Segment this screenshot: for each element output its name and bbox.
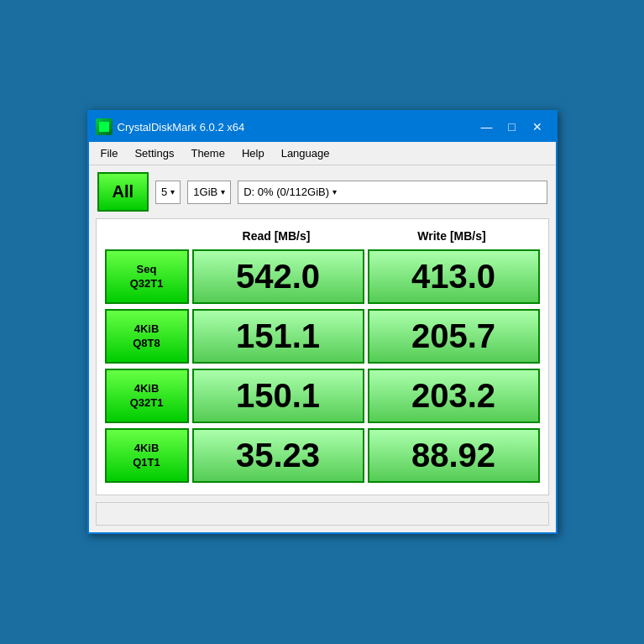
menu-language[interactable]: Language [275, 144, 337, 162]
close-button[interactable]: ✕ [526, 117, 549, 137]
minimize-button[interactable]: — [475, 117, 499, 137]
window-title: CrystalDiskMark 6.0.2 x64 [118, 121, 245, 134]
bench-row-4k-q1t1: 4KiBQ1T1 35.23 88.92 [105, 428, 540, 483]
menu-file[interactable]: File [94, 144, 125, 162]
size-value: 1GiB [193, 186, 217, 198]
app-window: CrystalDiskMark 6.0.2 x64 — □ ✕ File Set… [87, 110, 558, 534]
benchmark-content: Read [MB/s] Write [MB/s] SeqQ32T1 542.0 … [96, 218, 549, 495]
count-value: 5 [161, 186, 167, 198]
drive-select[interactable]: D: 0% (0/112GiB) ▾ [238, 181, 547, 204]
toolbar: All 5 ▾ 1GiB ▾ D: 0% (0/112GiB) ▾ [89, 165, 556, 218]
bench-write-seq: 413.0 [368, 249, 540, 304]
menu-theme[interactable]: Theme [184, 144, 231, 162]
bench-label-seq: SeqQ32T1 [105, 249, 189, 304]
col-write-header: Write [MB/s] [364, 226, 540, 246]
bench-label-4k-q8t8: 4KiBQ8T8 [105, 309, 189, 364]
title-bar-left: CrystalDiskMark 6.0.2 x64 [96, 118, 245, 135]
column-headers: Read [MB/s] Write [MB/s] [105, 226, 540, 246]
bench-row-4k-q8t8: 4KiBQ8T8 151.1 205.7 [105, 309, 540, 364]
bench-read-4k-q32t1: 150.1 [192, 369, 364, 423]
bench-label-4k-q1t1: 4KiBQ1T1 [105, 428, 189, 483]
bench-write-4k-q32t1: 203.2 [368, 369, 540, 423]
bench-row-seq: SeqQ32T1 542.0 413.0 [105, 249, 540, 304]
bench-read-4k-q8t8: 151.1 [192, 309, 364, 364]
bench-read-4k-q1t1: 35.23 [192, 428, 364, 483]
drive-arrow: ▾ [332, 187, 337, 196]
drive-value: D: 0% (0/112GiB) [243, 186, 329, 198]
bench-write-4k-q1t1: 88.92 [368, 428, 540, 483]
col-read-header: Read [MB/s] [189, 226, 364, 246]
menu-help[interactable]: Help [235, 144, 271, 162]
all-button[interactable]: All [97, 172, 149, 212]
count-select[interactable]: 5 ▾ [155, 181, 181, 204]
bench-row-4k-q32t1: 4KiBQ32T1 150.1 203.2 [105, 369, 540, 423]
bench-write-4k-q8t8: 205.7 [368, 309, 540, 364]
size-select[interactable]: 1GiB ▾ [187, 181, 231, 204]
app-icon [96, 118, 113, 135]
bench-read-seq: 542.0 [192, 249, 364, 304]
bench-label-4k-q32t1: 4KiBQ32T1 [105, 369, 189, 423]
menu-bar: File Settings Theme Help Language [89, 142, 556, 165]
status-bar [96, 502, 549, 526]
maximize-button[interactable]: □ [500, 117, 524, 137]
size-arrow: ▾ [221, 187, 225, 196]
col-label-header [105, 226, 189, 246]
title-bar: CrystalDiskMark 6.0.2 x64 — □ ✕ [89, 112, 556, 142]
menu-settings[interactable]: Settings [128, 144, 181, 162]
count-arrow: ▾ [170, 187, 175, 196]
title-controls: — □ ✕ [475, 117, 549, 137]
